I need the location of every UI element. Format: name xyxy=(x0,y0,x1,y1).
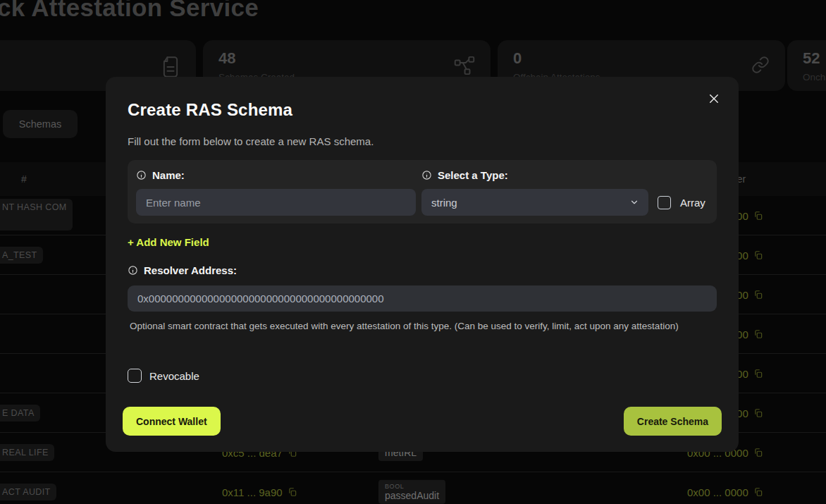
array-label: Array xyxy=(680,197,705,209)
revocable-label: Revocable xyxy=(149,370,199,382)
schema-name-badge: NT HASH COM xyxy=(0,199,73,231)
stat-value: 52 xyxy=(803,49,820,68)
tab-schemas[interactable]: Schemas xyxy=(3,110,78,138)
chevron-down-icon xyxy=(629,197,639,207)
type-select-value: string xyxy=(431,197,457,209)
network-icon xyxy=(454,56,475,78)
tab-label: Schemas xyxy=(19,118,61,130)
add-new-field-button[interactable]: + Add New Field xyxy=(128,236,209,248)
schema-name-badge: E DATA xyxy=(0,405,40,422)
array-checkbox[interactable] xyxy=(658,196,671,209)
column-header-number: # xyxy=(21,173,27,185)
copy-icon[interactable] xyxy=(753,210,763,221)
name-input[interactable] xyxy=(136,189,416,216)
schema-name-badge: A_TEST xyxy=(0,247,43,264)
info-icon xyxy=(136,170,147,180)
modal-title: Create RAS Schema xyxy=(128,100,292,120)
table-row: ACT AUDIT 0x11 ... 9a90 BOOL passedAudit… xyxy=(0,472,826,504)
schema-field-badge: BOOL passedAudit xyxy=(378,479,445,503)
copy-icon[interactable] xyxy=(753,407,763,418)
info-icon xyxy=(421,170,432,180)
info-icon xyxy=(128,265,138,276)
copy-icon[interactable] xyxy=(753,447,763,457)
stat-card: 52 Onchain Attestations xyxy=(787,40,826,91)
revocable-checkbox[interactable] xyxy=(128,369,142,383)
stat-label: Onchain Attestations xyxy=(803,72,826,82)
schema-name-badge: ACT AUDIT xyxy=(0,484,56,500)
name-label: Name: xyxy=(136,169,185,181)
copy-icon[interactable] xyxy=(753,289,763,300)
stat-value: 48 xyxy=(218,49,235,68)
schema-field-type: BOOL xyxy=(385,482,439,489)
modal-subtitle: Fill out the form below to create a new … xyxy=(128,135,374,147)
copy-icon[interactable] xyxy=(753,250,763,260)
copy-icon[interactable] xyxy=(288,486,297,497)
field-row-card: Name: Select a Type: string xyxy=(128,160,717,223)
page-title: ck Attestation Service xyxy=(0,0,259,22)
resolver-address: 0x00 ... 0000 xyxy=(687,486,763,498)
schema-name-badge: REAL LIFE xyxy=(0,444,54,461)
resolver-address-input[interactable] xyxy=(128,285,717,312)
link-icon xyxy=(751,56,770,77)
copy-icon[interactable] xyxy=(753,368,763,379)
connect-wallet-button[interactable]: Connect Wallet xyxy=(123,407,221,436)
schema-field-name: passedAudit xyxy=(385,490,439,501)
resolver-label: Resolver Address: xyxy=(128,264,237,276)
type-select[interactable]: string xyxy=(421,189,648,216)
copy-icon[interactable] xyxy=(753,328,763,339)
resolver-help-text: Optional smart contract that gets execut… xyxy=(130,319,690,333)
stat-value: 0 xyxy=(513,49,522,68)
close-icon[interactable] xyxy=(706,91,722,106)
create-schema-button[interactable]: Create Schema xyxy=(624,407,722,436)
type-label: Select a Type: xyxy=(421,169,508,181)
create-schema-modal: Create RAS Schema Fill out the form belo… xyxy=(106,77,739,452)
schema-uid: 0x11 ... 9a90 xyxy=(222,486,297,498)
copy-icon[interactable] xyxy=(753,486,763,497)
